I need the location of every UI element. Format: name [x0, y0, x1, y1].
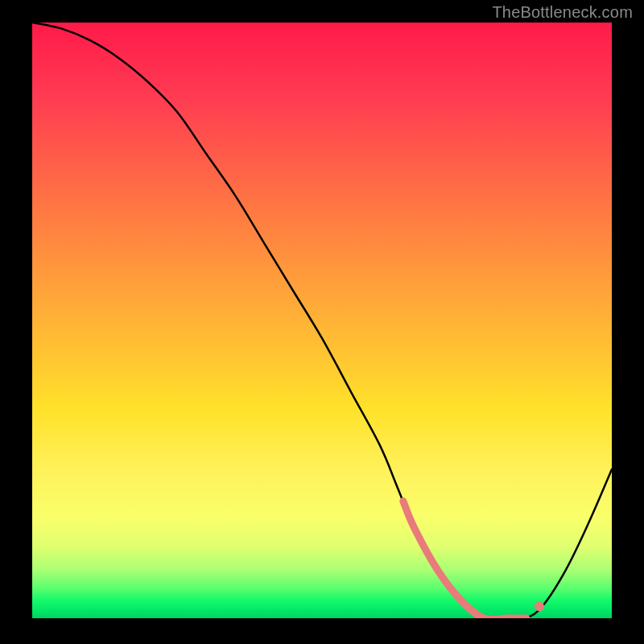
chart-frame: TheBottleneck.com: [0, 0, 644, 644]
optimal-range-highlight: [403, 501, 526, 618]
highlight-marker: [535, 601, 544, 611]
plot-area: [32, 23, 612, 618]
watermark-label: TheBottleneck.com: [492, 3, 633, 22]
bottleneck-curve: [32, 23, 612, 618]
